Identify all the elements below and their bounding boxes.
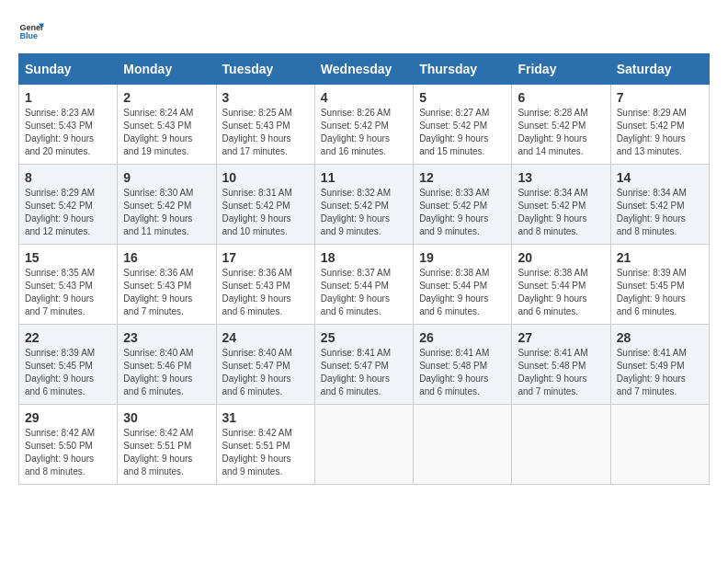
day-info: Sunrise: 8:40 AMSunset: 5:47 PMDaylight:… [222,347,309,398]
day-number: 18 [321,250,407,265]
day-info: Sunrise: 8:36 AMSunset: 5:43 PMDaylight:… [222,267,309,318]
day-number: 23 [123,330,210,345]
day-info: Sunrise: 8:42 AMSunset: 5:51 PMDaylight:… [222,427,309,478]
day-info: Sunrise: 8:38 AMSunset: 5:44 PMDaylight:… [419,267,506,318]
day-number: 31 [222,410,309,425]
day-number: 25 [321,330,407,345]
calendar-header-monday: Monday [118,54,216,85]
day-info: Sunrise: 8:29 AMSunset: 5:42 PMDaylight:… [25,187,111,238]
day-number: 1 [25,90,111,105]
day-info: Sunrise: 8:32 AMSunset: 5:42 PMDaylight:… [321,187,407,238]
calendar-cell: 20Sunrise: 8:38 AMSunset: 5:44 PMDayligh… [512,245,610,325]
day-number: 20 [518,250,604,265]
calendar-cell: 23Sunrise: 8:40 AMSunset: 5:46 PMDayligh… [118,325,216,405]
day-info: Sunrise: 8:35 AMSunset: 5:43 PMDaylight:… [25,267,111,318]
day-number: 7 [617,90,703,105]
calendar-cell [414,405,512,485]
calendar-cell: 17Sunrise: 8:36 AMSunset: 5:43 PMDayligh… [216,245,314,325]
day-number: 4 [321,90,407,105]
day-number: 14 [617,170,703,185]
day-info: Sunrise: 8:29 AMSunset: 5:42 PMDaylight:… [617,107,703,158]
calendar-table: SundayMondayTuesdayWednesdayThursdayFrid… [18,53,710,485]
calendar-week-row: 15Sunrise: 8:35 AMSunset: 5:43 PMDayligh… [19,245,710,325]
calendar-header-sunday: Sunday [19,54,118,85]
calendar-cell: 11Sunrise: 8:32 AMSunset: 5:42 PMDayligh… [314,165,413,245]
calendar-cell [314,405,413,485]
calendar-cell: 13Sunrise: 8:34 AMSunset: 5:42 PMDayligh… [512,165,610,245]
calendar-body: 1Sunrise: 8:23 AMSunset: 5:43 PMDaylight… [19,85,710,485]
day-info: Sunrise: 8:24 AMSunset: 5:43 PMDaylight:… [123,107,210,158]
day-info: Sunrise: 8:41 AMSunset: 5:47 PMDaylight:… [321,347,407,398]
day-number: 13 [518,170,604,185]
calendar-header-row: SundayMondayTuesdayWednesdayThursdayFrid… [19,54,710,85]
calendar-cell [512,405,610,485]
calendar-cell: 27Sunrise: 8:41 AMSunset: 5:48 PMDayligh… [512,325,610,405]
header: General Blue [18,18,710,44]
day-info: Sunrise: 8:40 AMSunset: 5:46 PMDaylight:… [123,347,210,398]
day-number: 22 [25,330,111,345]
day-number: 3 [222,90,309,105]
day-info: Sunrise: 8:38 AMSunset: 5:44 PMDaylight:… [518,267,604,318]
day-number: 9 [123,170,210,185]
day-number: 24 [222,330,309,345]
calendar-cell: 24Sunrise: 8:40 AMSunset: 5:47 PMDayligh… [216,325,314,405]
day-info: Sunrise: 8:42 AMSunset: 5:50 PMDaylight:… [25,427,111,478]
day-info: Sunrise: 8:23 AMSunset: 5:43 PMDaylight:… [25,107,111,158]
calendar-cell: 14Sunrise: 8:34 AMSunset: 5:42 PMDayligh… [610,165,709,245]
day-number: 5 [419,90,506,105]
day-info: Sunrise: 8:26 AMSunset: 5:42 PMDaylight:… [321,107,407,158]
calendar-header-friday: Friday [512,54,610,85]
day-number: 15 [25,250,111,265]
calendar-cell: 28Sunrise: 8:41 AMSunset: 5:49 PMDayligh… [610,325,709,405]
calendar-cell: 12Sunrise: 8:33 AMSunset: 5:42 PMDayligh… [414,165,512,245]
day-number: 6 [518,90,604,105]
day-number: 29 [25,410,111,425]
calendar-cell: 26Sunrise: 8:41 AMSunset: 5:48 PMDayligh… [414,325,512,405]
calendar-header-saturday: Saturday [610,54,709,85]
day-number: 28 [617,330,703,345]
day-number: 26 [419,330,506,345]
day-info: Sunrise: 8:34 AMSunset: 5:42 PMDaylight:… [617,187,703,238]
calendar-cell: 1Sunrise: 8:23 AMSunset: 5:43 PMDaylight… [19,85,118,165]
day-info: Sunrise: 8:39 AMSunset: 5:45 PMDaylight:… [617,267,703,318]
day-info: Sunrise: 8:30 AMSunset: 5:42 PMDaylight:… [123,187,210,238]
day-number: 11 [321,170,407,185]
calendar-week-row: 8Sunrise: 8:29 AMSunset: 5:42 PMDaylight… [19,165,710,245]
day-info: Sunrise: 8:25 AMSunset: 5:43 PMDaylight:… [222,107,309,158]
day-number: 19 [419,250,506,265]
calendar-cell: 6Sunrise: 8:28 AMSunset: 5:42 PMDaylight… [512,85,610,165]
day-number: 12 [419,170,506,185]
day-info: Sunrise: 8:33 AMSunset: 5:42 PMDaylight:… [419,187,506,238]
logo: General Blue [18,18,44,44]
day-number: 8 [25,170,111,185]
calendar-header-thursday: Thursday [414,54,512,85]
day-info: Sunrise: 8:34 AMSunset: 5:42 PMDaylight:… [518,187,604,238]
day-number: 16 [123,250,210,265]
day-info: Sunrise: 8:36 AMSunset: 5:43 PMDaylight:… [123,267,210,318]
day-number: 17 [222,250,309,265]
day-info: Sunrise: 8:41 AMSunset: 5:48 PMDaylight:… [419,347,506,398]
day-number: 2 [123,90,210,105]
calendar-week-row: 29Sunrise: 8:42 AMSunset: 5:50 PMDayligh… [19,405,710,485]
calendar-header-tuesday: Tuesday [216,54,314,85]
calendar-cell: 16Sunrise: 8:36 AMSunset: 5:43 PMDayligh… [118,245,216,325]
day-info: Sunrise: 8:39 AMSunset: 5:45 PMDaylight:… [25,347,111,398]
day-info: Sunrise: 8:31 AMSunset: 5:42 PMDaylight:… [222,187,309,238]
logo-icon: General Blue [18,18,44,44]
calendar-cell: 18Sunrise: 8:37 AMSunset: 5:44 PMDayligh… [314,245,413,325]
calendar-cell: 22Sunrise: 8:39 AMSunset: 5:45 PMDayligh… [19,325,118,405]
day-number: 30 [123,410,210,425]
calendar-cell: 5Sunrise: 8:27 AMSunset: 5:42 PMDaylight… [414,85,512,165]
calendar-header-wednesday: Wednesday [314,54,413,85]
calendar-cell: 3Sunrise: 8:25 AMSunset: 5:43 PMDaylight… [216,85,314,165]
day-info: Sunrise: 8:42 AMSunset: 5:51 PMDaylight:… [123,427,210,478]
calendar-cell: 29Sunrise: 8:42 AMSunset: 5:50 PMDayligh… [19,405,118,485]
calendar-week-row: 1Sunrise: 8:23 AMSunset: 5:43 PMDaylight… [19,85,710,165]
calendar-cell: 31Sunrise: 8:42 AMSunset: 5:51 PMDayligh… [216,405,314,485]
calendar-cell: 21Sunrise: 8:39 AMSunset: 5:45 PMDayligh… [610,245,709,325]
calendar-cell [610,405,709,485]
day-number: 21 [617,250,703,265]
day-info: Sunrise: 8:28 AMSunset: 5:42 PMDaylight:… [518,107,604,158]
calendar-cell: 9Sunrise: 8:30 AMSunset: 5:42 PMDaylight… [118,165,216,245]
calendar-week-row: 22Sunrise: 8:39 AMSunset: 5:45 PMDayligh… [19,325,710,405]
